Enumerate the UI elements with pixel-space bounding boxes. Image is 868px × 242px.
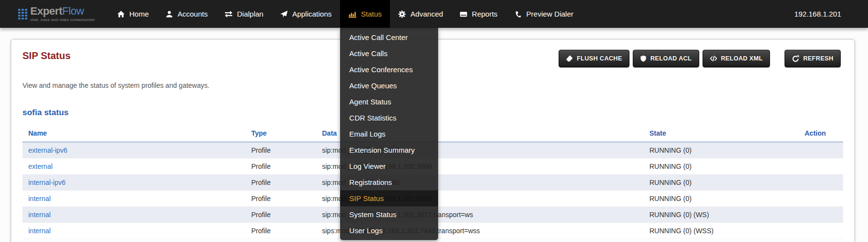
menu-item-sip-status[interactable]: SIP Status	[340, 190, 438, 206]
exchange-arrows-icon	[224, 10, 233, 18]
menu-item-active-calls[interactable]: Active Calls	[340, 45, 438, 61]
nav-item-home[interactable]: Home	[109, 0, 157, 28]
brand-tagline: chat, voice and video contactcenter	[30, 18, 95, 22]
col-header-state[interactable]: State	[644, 129, 799, 142]
nav-item-preview-dialer[interactable]: Preview Dialer	[506, 0, 582, 28]
menu-item-active-call-center[interactable]: Active Call Center	[340, 29, 438, 45]
code-icon	[710, 55, 717, 62]
toolbar: FLUSH CACHE RELOAD ACL RELOAD XML REFRES…	[555, 50, 841, 67]
page-title: SIP Status	[22, 50, 71, 61]
nav-item-advanced[interactable]: Advanced	[390, 0, 451, 28]
menu-item-registrations[interactable]: Registrations	[340, 174, 438, 190]
menu-item-email-logs[interactable]: Email Logs	[340, 126, 438, 142]
page-description: View and manage the status of system pro…	[22, 81, 209, 89]
profile-link[interactable]: internal-ipv6	[28, 179, 65, 186]
menu-item-active-queues[interactable]: Active Queues	[340, 78, 438, 94]
reload-xml-button[interactable]: RELOAD XML	[703, 50, 770, 67]
col-header-action[interactable]: Action	[799, 129, 843, 142]
server-ip: 192.168.1.201	[794, 0, 841, 28]
hdd-icon	[460, 10, 467, 18]
refresh-button[interactable]: REFRESH	[785, 50, 841, 67]
flush-cache-button[interactable]: FLUSH CACHE	[559, 50, 629, 67]
profile-link[interactable]: external-ipv6	[28, 146, 67, 154]
expertflow-logo[interactable]: ExpertFlow chat, voice and video contact…	[18, 6, 96, 22]
logo-dots-icon	[18, 9, 27, 20]
nav-item-applications[interactable]: Applications	[272, 0, 340, 28]
menu-item-extension-summary[interactable]: Extension Summary	[340, 142, 438, 158]
status-dropdown-menu: Active Call Center Active Calls Active C…	[340, 28, 438, 240]
profile-link[interactable]: external	[28, 162, 53, 170]
eraser-icon	[566, 55, 573, 62]
nav-item-reports[interactable]: Reports	[451, 0, 506, 28]
refresh-icon	[792, 55, 799, 62]
shield-icon	[640, 55, 646, 62]
phone-icon	[514, 10, 522, 18]
profile-link[interactable]: internal	[28, 227, 51, 235]
col-header-type[interactable]: Type	[245, 129, 316, 142]
paper-plane-icon	[280, 10, 288, 18]
col-header-name[interactable]: Name	[22, 129, 245, 142]
menu-item-user-logs[interactable]: User Logs	[340, 222, 438, 239]
menu-item-active-conferences[interactable]: Active Conferences	[340, 61, 438, 78]
home-icon	[117, 10, 125, 18]
brand-expert: Expert	[30, 5, 62, 17]
profile-link[interactable]: internal	[28, 211, 51, 219]
profile-link[interactable]: internal	[28, 195, 51, 202]
menu-item-cdr-statistics[interactable]: CDR Statistics	[340, 110, 438, 126]
user-icon	[165, 10, 173, 18]
nav-item-status[interactable]: Status Active Call Center Active Calls A…	[340, 0, 390, 28]
menu-item-log-viewer[interactable]: Log Viewer	[340, 158, 438, 174]
section-title: sofia status	[22, 108, 68, 118]
main-nav: Home Accounts Dialplan Applications Stat…	[109, 0, 582, 28]
menu-item-system-status[interactable]: System Status	[340, 206, 438, 222]
top-navbar: ExpertFlow chat, voice and video contact…	[0, 0, 868, 28]
menu-item-agent-status[interactable]: Agent Status	[340, 94, 438, 110]
brand-flow: Flow	[62, 5, 83, 17]
nav-item-accounts[interactable]: Accounts	[157, 0, 216, 28]
nav-item-dialplan[interactable]: Dialplan	[216, 0, 272, 28]
reload-acl-button[interactable]: RELOAD ACL	[633, 50, 699, 67]
bar-chart-icon	[348, 10, 357, 18]
gear-icon	[398, 10, 406, 18]
